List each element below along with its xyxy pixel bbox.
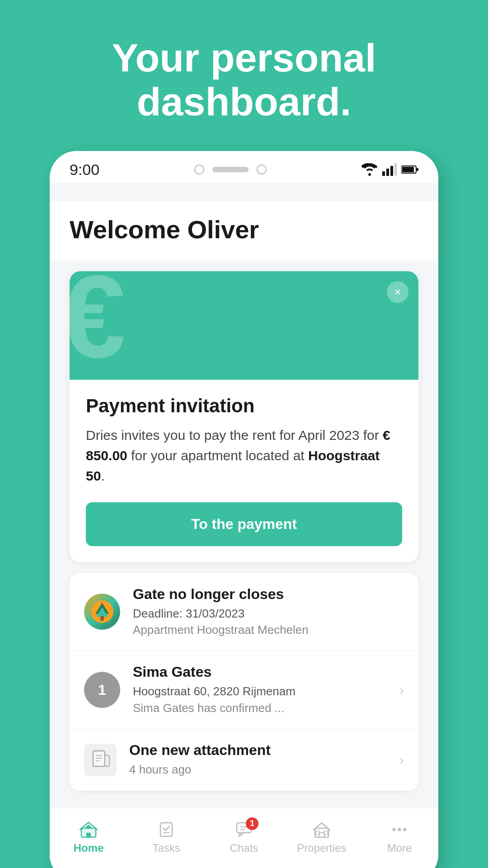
payment-description: Dries invites you to pay the rent for Ap…	[86, 425, 402, 486]
svg-point-28	[393, 828, 396, 831]
signal-icon	[382, 163, 397, 176]
nav-label-chats: Chats	[230, 842, 258, 854]
chats-badge: 1	[246, 817, 258, 830]
chevron-right-icon: ›	[399, 682, 404, 698]
chevron-right-icon: ›	[399, 752, 404, 768]
list-item-sub1: 4 hours ago	[129, 761, 387, 778]
battery-icon	[401, 165, 418, 175]
payment-card: € × Payment invitation Dries invites you…	[70, 271, 418, 562]
forest-avatar-icon	[91, 600, 113, 623]
payment-close-button[interactable]: ×	[387, 281, 408, 303]
list-item-text: One new attachment 4 hours ago	[129, 742, 387, 778]
list-item-title: One new attachment	[129, 742, 387, 759]
svg-rect-18	[81, 828, 96, 837]
nav-item-tasks[interactable]: Tasks	[127, 816, 205, 859]
avatar	[84, 594, 120, 630]
euro-symbol: €	[70, 271, 126, 375]
svg-point-30	[404, 828, 407, 831]
list-item-text: Sima Gates Hoogstraat 60, 2820 Rijmenam …	[133, 664, 387, 716]
nav-label-properties: Properties	[297, 842, 346, 854]
svg-rect-0	[382, 171, 385, 176]
svg-rect-6	[417, 168, 418, 171]
list-item-sub2: Appartment Hoogstraat Mechelen	[133, 622, 404, 638]
svg-rect-25	[319, 833, 324, 837]
status-icons	[361, 163, 418, 176]
svg-rect-5	[402, 167, 414, 172]
list-item-title: Gate no longer closes	[133, 586, 404, 603]
list-item-sub1: Deadline: 31/03/2023	[133, 605, 404, 622]
properties-icon	[312, 820, 331, 839]
activity-list: Gate no longer closes Deadline: 31/03/20…	[70, 573, 418, 791]
hero-title: Your personal dashboard.	[0, 36, 488, 124]
payment-cta-button[interactable]: To the payment	[86, 502, 402, 546]
nav-label-more: More	[387, 842, 412, 854]
list-item-sub1: Hoogstraat 60, 2820 Rijmenam	[133, 683, 387, 699]
avatar: 1	[84, 672, 120, 708]
svg-rect-1	[386, 169, 389, 176]
list-item-text: Gate no longer closes Deadline: 31/03/20…	[133, 586, 404, 638]
home-icon	[79, 820, 98, 839]
doc-avatar	[84, 744, 117, 776]
list-item-title: Sima Gates	[133, 664, 387, 680]
status-time: 9:00	[70, 161, 99, 179]
nav-item-more[interactable]: More	[361, 816, 438, 859]
list-item[interactable]: 1 Sima Gates Hoogstraat 60, 2820 Rijmena…	[70, 651, 418, 729]
svg-rect-12	[105, 755, 109, 766]
document-icon	[89, 749, 111, 771]
nav-item-properties[interactable]: Properties	[283, 816, 361, 859]
nav-item-chats[interactable]: 1 Chats	[205, 816, 283, 859]
nav-label-tasks: Tasks	[152, 842, 180, 854]
welcome-heading: Welcome Oliver	[70, 215, 418, 244]
tasks-icon	[157, 820, 176, 839]
more-icon	[390, 820, 409, 839]
nav-item-home[interactable]: Home	[50, 816, 127, 859]
svg-rect-3	[394, 163, 397, 176]
status-dot-right	[257, 165, 267, 175]
nav-label-home: Home	[74, 842, 104, 854]
status-bar: 9:00	[50, 151, 438, 183]
payment-card-body: Payment invitation Dries invites you to …	[70, 380, 418, 562]
phone-shell: 9:00	[50, 151, 438, 868]
svg-point-29	[398, 828, 401, 831]
payment-card-header: € ×	[70, 271, 418, 380]
wifi-icon	[361, 163, 378, 176]
svg-rect-10	[100, 616, 104, 621]
status-dot-left	[194, 165, 204, 175]
status-pill	[212, 167, 249, 172]
svg-rect-2	[390, 166, 393, 176]
payment-invitation-title: Payment invitation	[86, 395, 402, 417]
list-item[interactable]: Gate no longer closes Deadline: 31/03/20…	[70, 573, 418, 651]
bottom-nav: Home Tasks 1 Chats	[50, 808, 438, 868]
list-item-sub2: Sima Gates has confirmed ...	[133, 700, 387, 716]
list-item[interactable]: One new attachment 4 hours ago ›	[70, 729, 418, 790]
status-center	[194, 165, 267, 175]
app-content: Welcome Oliver € × Payment invitation Dr…	[50, 183, 438, 808]
